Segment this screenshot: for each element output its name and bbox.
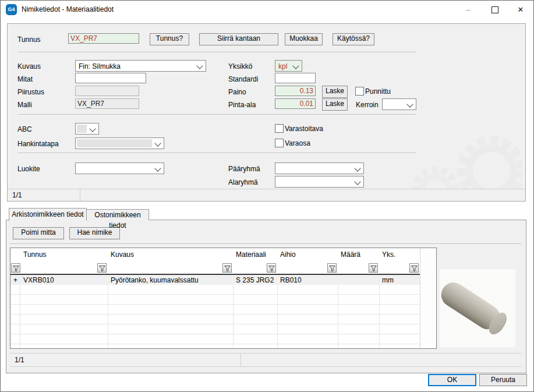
- filter-funnel-button[interactable]: [222, 263, 232, 273]
- chevron-down-icon: [292, 62, 299, 69]
- siirra-kantaan-button[interactable]: Siirrä kantaan: [199, 33, 278, 45]
- varastoitava-checkbox[interactable]: [275, 124, 284, 133]
- part-3d-preview-image: [440, 269, 515, 347]
- abc-label: ABC: [17, 125, 32, 133]
- record-pager-bar: 1/1: [8, 189, 525, 201]
- gears-watermark-image: [399, 115, 522, 190]
- kerroin-label: Kerroin: [356, 101, 379, 109]
- varaosa-label: Varaosa: [285, 139, 310, 147]
- column-header-kuvaus[interactable]: Kuvaus: [111, 250, 134, 259]
- hankintatapa-label: Hankintatapa: [17, 140, 59, 148]
- alaryhma-combobox[interactable]: [275, 176, 364, 188]
- luokite-label: Luokite: [17, 165, 40, 173]
- tunnus-label: Tunnus: [17, 36, 41, 44]
- item-details-panel: Tunnus Tunnus? Siirrä kantaan Muokkaa Kä…: [7, 23, 526, 202]
- laske-pinta-ala-button[interactable]: Laske: [322, 98, 348, 111]
- minimize-icon: –: [466, 5, 470, 14]
- kerroin-combobox[interactable]: [382, 98, 416, 110]
- table-row[interactable]: [10, 275, 420, 285]
- chevron-down-icon: [89, 125, 96, 132]
- laske-paino-button[interactable]: Laske: [322, 86, 348, 98]
- varaosa-checkbox[interactable]: [275, 139, 284, 147]
- tab-ostonimikkeen-tiedot[interactable]: Ostonimikkeen tiedot: [86, 209, 149, 220]
- abc-combobox[interactable]: [75, 123, 99, 135]
- yksikko-combobox[interactable]: kpl: [275, 60, 302, 72]
- window-title: Nimiketiedot - Materiaalitiedot: [22, 5, 114, 13]
- filter-funnel-button[interactable]: [327, 263, 337, 273]
- mitat-input[interactable]: [75, 73, 146, 83]
- tunnus-input[interactable]: [68, 33, 139, 44]
- pinta-ala-label: Pinta-ala: [228, 101, 256, 109]
- row-aihio[interactable]: RB010: [280, 276, 302, 284]
- filter-funnel-button[interactable]: [369, 263, 378, 273]
- kaytossa-question-button[interactable]: Käytössä?: [333, 33, 374, 45]
- kuvaus-combobox[interactable]: Fin: Silmukka: [75, 60, 206, 72]
- column-header-yks[interactable]: Yks.: [382, 250, 395, 259]
- minimize-button[interactable]: –: [456, 1, 480, 19]
- tab-arkistonimikkeen-tiedot[interactable]: Arkistonimikkeen tiedot: [9, 208, 87, 221]
- yksikko-value: kpl: [278, 62, 287, 70]
- punnittu-checkbox[interactable]: [355, 87, 364, 96]
- varastoitava-label: Varastoitava: [285, 125, 323, 133]
- paaryhma-label: Pääryhmä: [228, 165, 260, 173]
- standardi-input[interactable]: [275, 73, 316, 83]
- pager-divider: [80, 189, 80, 201]
- row-expand-toggle[interactable]: +: [13, 276, 17, 284]
- pinta-ala-input[interactable]: [275, 98, 316, 109]
- kuvaus-label: Kuvaus: [17, 62, 41, 70]
- maximize-icon: [491, 6, 498, 13]
- abc-value: [77, 125, 87, 133]
- separator: [10, 243, 521, 245]
- maximize-button[interactable]: [483, 1, 507, 19]
- luokite-combobox[interactable]: [75, 163, 164, 174]
- row-materiaali[interactable]: S 235 JRG2: [236, 276, 274, 284]
- tunnus-question-button[interactable]: Tunnus?: [150, 33, 189, 45]
- filter-funnel-button[interactable]: [97, 263, 107, 273]
- column-header-aihio[interactable]: Aihio: [280, 250, 296, 259]
- alaryhma-label: Alaryhmä: [228, 178, 258, 186]
- hankintatapa-value: [77, 139, 152, 147]
- arkistonimike-tab-panel: Poimi mitta Hae nimike Tunnus Kuvaus Mat…: [6, 220, 526, 373]
- piirustus-label: Piirustus: [17, 88, 44, 96]
- hankintatapa-combobox[interactable]: [75, 137, 164, 149]
- material-items-table: Tunnus Kuvaus Materiaali Aihio Määrä Yks…: [10, 248, 437, 349]
- table-scrollbar-track[interactable]: [420, 248, 436, 348]
- filter-funnel-button[interactable]: [11, 263, 20, 273]
- separator: [17, 114, 416, 115]
- chevron-down-icon: [154, 165, 161, 171]
- column-header-materiaali[interactable]: Materiaali: [236, 250, 266, 259]
- funnel-icon: [13, 266, 19, 271]
- row-tunnus[interactable]: VXRB010: [23, 276, 54, 284]
- separator: [17, 153, 416, 154]
- standardi-label: Standardi: [228, 75, 258, 83]
- paino-input[interactable]: [275, 86, 316, 96]
- paaryhma-combobox[interactable]: [275, 163, 364, 174]
- muokkaa-button[interactable]: Muokkaa: [285, 33, 323, 45]
- grid-line: [20, 275, 20, 348]
- row-kuvaus[interactable]: Pyörötanko, kuumavalssattu: [111, 276, 199, 284]
- chevron-down-icon: [354, 165, 360, 171]
- row-yks[interactable]: mm: [382, 276, 394, 284]
- column-header-tunnus[interactable]: Tunnus: [23, 250, 47, 259]
- ok-button[interactable]: OK: [428, 374, 476, 386]
- dialog-window: G4 Nimiketiedot - Materiaalitiedot – ✕ T…: [0, 0, 534, 392]
- kuvaus-value: Fin: Silmukka: [79, 62, 121, 70]
- poimi-mitta-button[interactable]: Poimi mitta: [13, 227, 64, 239]
- paino-label: Paino: [228, 88, 246, 96]
- filter-funnel-button[interactable]: [409, 263, 419, 273]
- grid-rows: [10, 275, 420, 348]
- peruuta-button[interactable]: Peruuta: [479, 374, 527, 386]
- cylinder-render: [440, 278, 511, 338]
- piirustus-input: [75, 86, 139, 96]
- table-pager-bar: 1/1: [10, 353, 521, 367]
- mitat-label: Mitat: [17, 75, 33, 83]
- close-button[interactable]: ✕: [508, 1, 533, 19]
- funnel-icon: [224, 266, 231, 271]
- grid-line: [277, 275, 278, 348]
- chevron-down-icon: [354, 178, 360, 185]
- grid-line: [108, 275, 108, 348]
- close-icon: ✕: [518, 5, 524, 14]
- grid-line: [338, 275, 338, 348]
- column-header-maara[interactable]: Määrä: [341, 250, 360, 259]
- filter-funnel-button[interactable]: [267, 263, 276, 273]
